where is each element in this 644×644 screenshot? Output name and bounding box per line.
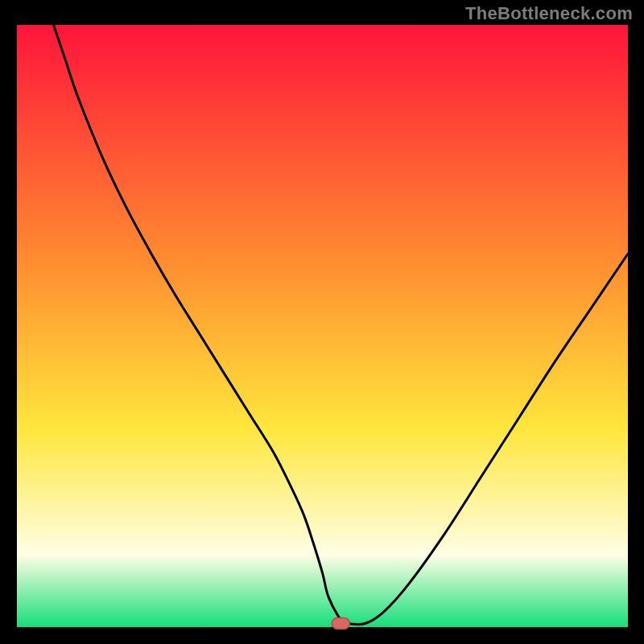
bottleneck-chart: [0, 0, 644, 644]
minimum-marker: [332, 618, 349, 630]
gradient-background: [17, 25, 628, 627]
chart-stage: TheBottleneck.com: [0, 0, 644, 644]
watermark-text: TheBottleneck.com: [465, 3, 633, 24]
